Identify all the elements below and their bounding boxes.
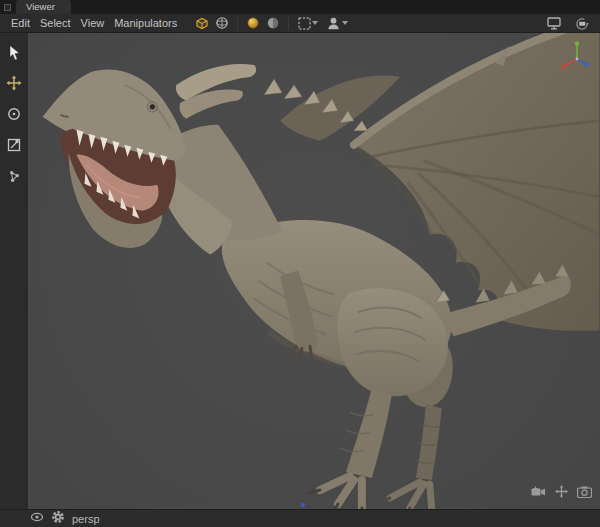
panel-grid-icon[interactable] bbox=[4, 4, 11, 11]
globe-icon[interactable] bbox=[212, 15, 232, 32]
dragon-model[interactable] bbox=[28, 33, 600, 509]
marquee-select-icon[interactable] bbox=[294, 15, 322, 32]
viewport[interactable] bbox=[28, 33, 600, 509]
left-toolbar bbox=[0, 33, 28, 509]
monitor-icon[interactable] bbox=[544, 15, 564, 32]
tab-viewer[interactable]: Viewer bbox=[16, 0, 71, 14]
axis-gizmo[interactable] bbox=[559, 39, 595, 75]
tab-bar: Viewer bbox=[0, 0, 600, 14]
chevron-down-icon bbox=[342, 21, 348, 25]
viewport-overlay-icons bbox=[531, 484, 592, 502]
menu-bar: Edit Select View Manipulators bbox=[0, 14, 600, 33]
move-view-icon[interactable] bbox=[555, 484, 568, 502]
menu-select[interactable]: Select bbox=[35, 17, 76, 29]
menubar-right-icons bbox=[544, 15, 594, 32]
toolbar-separator bbox=[237, 17, 238, 30]
main-area bbox=[0, 33, 600, 509]
joint-tool-icon[interactable] bbox=[3, 165, 25, 187]
eye-icon[interactable] bbox=[30, 510, 44, 527]
viewer-window: Viewer Edit Select View Manipulators bbox=[0, 0, 600, 527]
shaded-cube-icon[interactable] bbox=[192, 15, 212, 32]
world-origin-dot bbox=[301, 503, 305, 507]
light-sphere-icon[interactable] bbox=[243, 15, 263, 32]
select-arrow-icon[interactable] bbox=[3, 41, 25, 63]
menu-view[interactable]: View bbox=[76, 17, 110, 29]
textured-sphere-icon[interactable] bbox=[263, 15, 283, 32]
rotate-tool-icon[interactable] bbox=[3, 103, 25, 125]
orbit-camera-icon[interactable] bbox=[572, 15, 592, 32]
toolbar-separator bbox=[288, 17, 289, 30]
scale-tool-icon[interactable] bbox=[3, 134, 25, 156]
menu-edit[interactable]: Edit bbox=[6, 17, 35, 29]
camera-icon[interactable] bbox=[577, 484, 592, 502]
camera-plus-icon[interactable] bbox=[531, 484, 546, 502]
menu-manipulators[interactable]: Manipulators bbox=[109, 17, 182, 29]
translate-tool-icon[interactable] bbox=[3, 72, 25, 94]
camera-name-label[interactable]: persp bbox=[72, 513, 100, 525]
chevron-down-icon bbox=[312, 21, 318, 25]
status-bar: persp bbox=[0, 509, 600, 527]
tab-viewer-label: Viewer bbox=[26, 1, 55, 12]
head-camera-icon[interactable] bbox=[322, 15, 352, 32]
gear-icon[interactable] bbox=[51, 510, 65, 527]
